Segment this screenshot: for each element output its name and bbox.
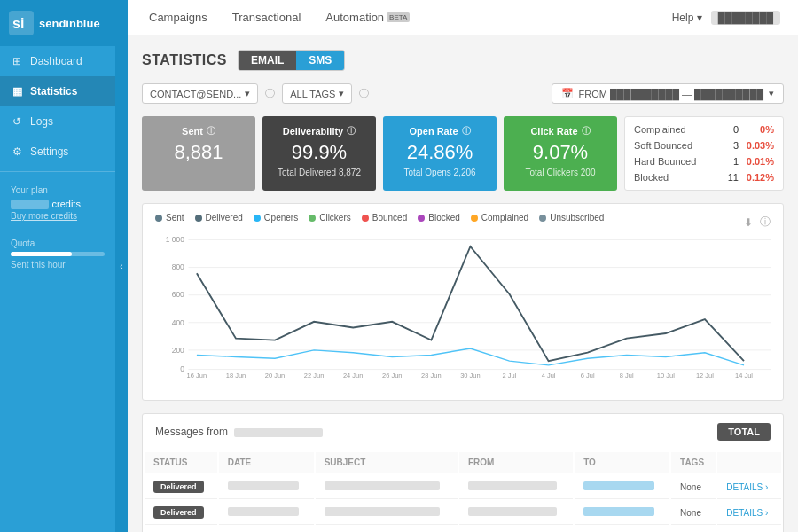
legend-complained: Complained xyxy=(471,213,528,223)
nav-transactional[interactable]: Transactional xyxy=(229,0,305,35)
main-area: Campaigns Transactional Automation BETA … xyxy=(128,0,798,532)
subject-blurred xyxy=(325,507,440,516)
svg-text:20 Jun: 20 Jun xyxy=(265,372,286,378)
logo-text: sendinblue xyxy=(39,17,100,30)
chart-info-btn[interactable]: ⓘ xyxy=(760,215,771,230)
user-badge[interactable]: ████████ xyxy=(711,11,780,25)
cell-from xyxy=(459,527,573,532)
statistics-icon: ▦ xyxy=(11,85,23,98)
click-info-icon[interactable]: ⓘ xyxy=(582,125,591,137)
tags-filter-info-icon[interactable]: ⓘ xyxy=(359,87,369,100)
cell-to xyxy=(575,475,669,499)
cell-from xyxy=(459,501,573,525)
chart-download-btn[interactable]: ⬇ xyxy=(744,216,753,229)
stat-card-sent: Sent ⓘ 8,881 xyxy=(142,116,255,191)
chart-legend: Sent Delivered Openers Clickers xyxy=(155,213,604,223)
sidebar-divider xyxy=(0,171,115,172)
stat-card-click-rate: Click Rate ⓘ 9.07% Total Clickers 200 xyxy=(504,116,617,191)
cell-date xyxy=(219,475,314,499)
stat-card-deliverability: Deliverability ⓘ 99.9% Total Delivered 8… xyxy=(262,116,376,191)
statistics-chart: 1 000 800 600 400 200 0 16 Jun 18 Jun 20… xyxy=(155,231,771,378)
stats-cards: Sent ⓘ 8,881 Deliverability ⓘ 99.9% Tota… xyxy=(142,116,617,191)
cell-details[interactable]: DETAILS › xyxy=(717,501,781,525)
details-link[interactable]: DETAILS › xyxy=(726,482,768,492)
legend-delivered: Delivered xyxy=(195,213,243,223)
quota-title: Quota xyxy=(11,239,105,248)
svg-text:1 000: 1 000 xyxy=(166,235,184,244)
details-link[interactable]: DETAILS › xyxy=(726,508,768,518)
hard-bounced-row: Hard Bounced 1 0.01% xyxy=(634,156,774,167)
col-date: DATE xyxy=(219,452,314,473)
open-info-icon[interactable]: ⓘ xyxy=(462,125,471,137)
messages-date-blur xyxy=(234,428,323,437)
svg-text:16 Jun: 16 Jun xyxy=(187,372,207,378)
sendinblue-logo-icon: si xyxy=(9,11,34,35)
svg-text:2 Jul: 2 Jul xyxy=(503,372,517,378)
sidebar-item-settings[interactable]: ⚙ Settings xyxy=(0,137,115,167)
buy-credits-link[interactable]: Buy more credits xyxy=(11,211,105,221)
cell-to xyxy=(575,501,669,525)
blocked-row: Blocked 11 0.12% xyxy=(634,172,774,183)
credits-value: █████ credits xyxy=(11,199,105,209)
total-button[interactable]: TOTAL xyxy=(717,423,771,441)
date-blurred xyxy=(228,507,299,516)
sidebar-item-logs[interactable]: ↺ Logs xyxy=(0,106,115,137)
sidebar-nav: ⊞ Dashboard ▦ Statistics ↺ Logs ⚙ Settin… xyxy=(0,46,115,532)
cell-details[interactable]: DETAILS › xyxy=(717,527,781,532)
cell-status: Delivered xyxy=(145,475,217,499)
sidebar: si sendinblue ⊞ Dashboard ▦ Statistics ↺… xyxy=(0,0,115,532)
sidebar-item-statistics[interactable]: ▦ Statistics xyxy=(0,76,115,106)
sent-this-hour: Sent this hour xyxy=(11,260,105,270)
cell-subject xyxy=(316,527,458,532)
sidebar-item-label: Statistics xyxy=(30,85,77,98)
blocked-legend-dot xyxy=(418,215,425,222)
nav-automation[interactable]: Automation BETA xyxy=(322,0,413,35)
your-plan-section: Your plan █████ credits Buy more credits xyxy=(0,176,115,230)
messages-table: STATUS DATE SUBJECT FROM TO TAGS Deliver… xyxy=(143,450,783,532)
messages-title: Messages from xyxy=(155,426,326,438)
sidebar-collapse-btn[interactable]: ‹ xyxy=(115,0,128,532)
settings-icon: ⚙ xyxy=(11,145,23,158)
date-range-picker[interactable]: 📅 FROM ██████████ — ██████████ ▾ xyxy=(552,83,784,104)
open-sub: Total Opens 2,206 xyxy=(394,168,486,177)
chart-section: Sent Delivered Openers Clickers xyxy=(142,203,784,401)
svg-text:18 Jun: 18 Jun xyxy=(226,372,246,378)
cell-details[interactable]: DETAILS › xyxy=(717,475,781,499)
svg-text:10 Jul: 10 Jul xyxy=(657,372,675,378)
status-badge: Delivered xyxy=(153,506,204,519)
col-to: TO xyxy=(575,452,669,473)
svg-text:8 Jul: 8 Jul xyxy=(620,372,634,378)
logo-area: si sendinblue xyxy=(0,0,115,46)
svg-text:6 Jul: 6 Jul xyxy=(581,372,595,378)
sent-value: 8,881 xyxy=(153,141,245,164)
top-navigation: Campaigns Transactional Automation BETA … xyxy=(128,0,798,35)
sidebar-item-label: Settings xyxy=(30,145,68,158)
tab-email[interactable]: EMAIL xyxy=(239,51,296,70)
from-blurred xyxy=(468,481,557,490)
collapse-arrow-icon: ‹ xyxy=(120,262,122,271)
help-button[interactable]: Help ▾ xyxy=(672,12,702,24)
col-status: STATUS xyxy=(145,452,217,473)
cell-from xyxy=(459,475,573,499)
sidebar-item-label: Dashboard xyxy=(30,55,82,67)
bounced-legend-dot xyxy=(362,215,369,222)
to-blurred xyxy=(583,481,654,490)
svg-text:0: 0 xyxy=(180,364,184,373)
sidebar-item-dashboard[interactable]: ⊞ Dashboard xyxy=(0,46,115,76)
sent-info-icon[interactable]: ⓘ xyxy=(207,125,215,137)
status-badge: Delivered xyxy=(153,481,204,493)
contact-filter[interactable]: CONTACT@SEND... ▾ xyxy=(142,83,258,104)
contact-filter-info-icon[interactable]: ⓘ xyxy=(265,87,275,100)
cell-tags: None xyxy=(671,527,716,532)
delivery-info-icon[interactable]: ⓘ xyxy=(347,125,356,137)
cell-tags: None xyxy=(671,501,716,525)
svg-text:si: si xyxy=(12,16,24,31)
tab-sms[interactable]: SMS xyxy=(296,51,344,70)
svg-text:400: 400 xyxy=(172,318,184,327)
legend-unsubscribed: Unsubscribed xyxy=(539,213,604,223)
cell-tags: None xyxy=(671,475,716,499)
legend-sent: Sent xyxy=(155,213,184,223)
channel-tab-group: EMAIL SMS xyxy=(238,50,345,71)
tags-filter[interactable]: ALL TAGS ▾ xyxy=(282,83,352,104)
nav-campaigns[interactable]: Campaigns xyxy=(145,0,211,35)
